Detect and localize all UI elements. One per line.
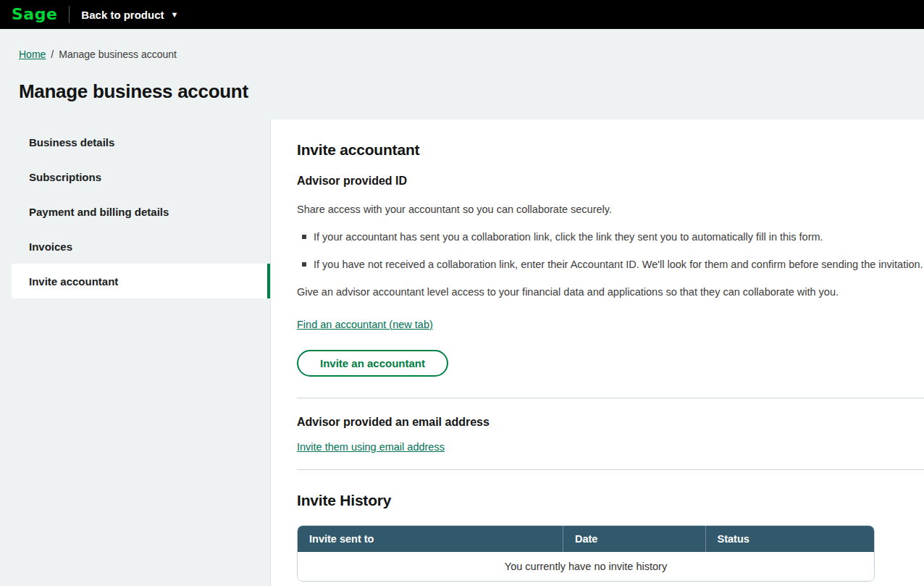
sidebar-item-invoices[interactable]: Invoices (12, 229, 270, 264)
table-header-row: Invite sent to Date Status (298, 526, 874, 552)
section-divider (297, 469, 924, 470)
breadcrumb-current: Manage business account (59, 49, 177, 60)
sidebar-item-business-details[interactable]: Business details (12, 125, 270, 159)
invite-history-table: Invite sent to Date Status You currently… (297, 525, 875, 582)
invite-accountant-button[interactable]: Invite an accountant (297, 350, 448, 377)
column-header-invite-sent-to: Invite sent to (298, 526, 563, 552)
top-bar: Sage Back to product ▼ (0, 0, 924, 29)
breadcrumb: Home / Manage business account (19, 49, 924, 60)
breadcrumb-separator: / (51, 49, 54, 60)
page-header: Home / Manage business account Manage bu… (0, 29, 924, 120)
share-access-text: Share access with your accountant so you… (297, 203, 924, 216)
back-to-product-button[interactable]: Back to product ▼ (81, 9, 178, 21)
table-empty-row: You currently have no invite history (298, 552, 874, 581)
empty-history-message: You currently have no invite history (298, 552, 874, 581)
sage-logo: Sage (7, 0, 62, 29)
settings-sidebar: Business details Subscriptions Payment a… (0, 120, 271, 586)
invite-by-email-link[interactable]: Invite them using email address (297, 441, 445, 453)
invite-history-heading: Invite History (297, 492, 924, 509)
breadcrumb-home-link[interactable]: Home (19, 49, 46, 60)
invite-accountant-heading: Invite accountant (297, 141, 924, 159)
back-to-product-label: Back to product (81, 9, 164, 21)
content-layout: Business details Subscriptions Payment a… (0, 120, 924, 586)
sidebar-item-subscriptions[interactable]: Subscriptions (12, 159, 270, 194)
sidebar-item-payment-billing[interactable]: Payment and billing details (12, 194, 270, 229)
bullet-collaboration-link: If your accountant has sent you a collab… (300, 230, 924, 243)
column-header-status: Status (706, 526, 874, 552)
chevron-down-icon: ▼ (171, 11, 179, 19)
top-bar-divider (69, 6, 70, 23)
advisor-provided-id-subheading: Advisor provided ID (297, 175, 924, 188)
main-panel: Invite accountant Advisor provided ID Sh… (271, 120, 924, 586)
page-title: Manage business account (19, 80, 924, 103)
collaboration-bullet-list: If your accountant has sent you a collab… (297, 230, 924, 271)
section-divider (297, 398, 924, 398)
column-header-date: Date (563, 526, 706, 552)
find-accountant-link[interactable]: Find an accountant (new tab) (297, 319, 433, 330)
bullet-accountant-id: If you have not received a collaboration… (300, 258, 924, 271)
advisor-access-description: Give an advisor accountant level access … (297, 285, 924, 298)
sidebar-item-invite-accountant[interactable]: Invite accountant (12, 264, 270, 298)
advisor-email-subheading: Advisor provided an email address (297, 416, 924, 429)
